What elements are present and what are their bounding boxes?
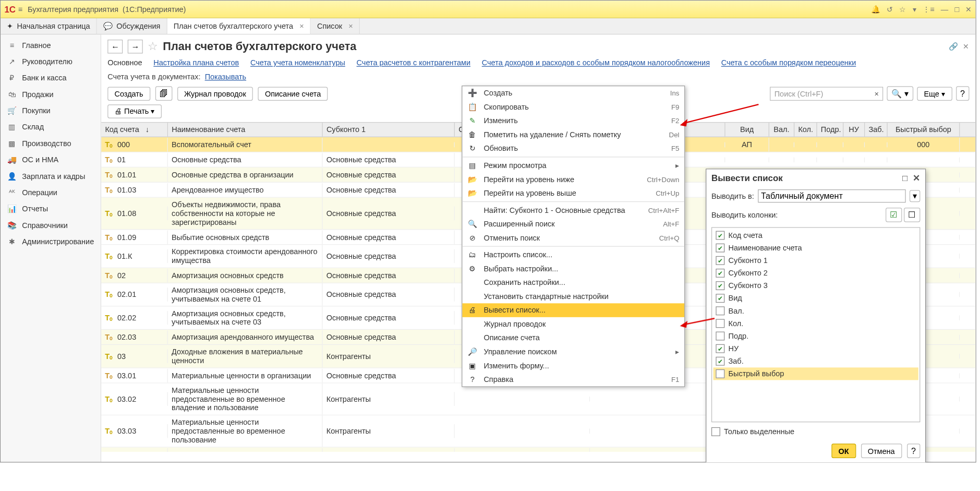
- context-menu-item[interactable]: 🔍Расширенный поискAlt+F: [462, 217, 684, 231]
- sidebar-item-reports[interactable]: 📊Отчеты: [1, 201, 101, 217]
- context-menu-item[interactable]: ⚙Выбрать настройки...: [462, 262, 684, 276]
- bell-icon[interactable]: 🔔: [871, 5, 880, 14]
- print-button[interactable]: 🖨 Печать ▾: [107, 104, 162, 118]
- dropdown-icon[interactable]: ▾: [913, 5, 916, 14]
- context-menu-item[interactable]: 🗂Настроить список...: [462, 248, 684, 262]
- context-menu-item[interactable]: ▤Режим просмотра▸: [462, 159, 684, 173]
- sidebar-item-sales[interactable]: 🛍Продажи: [1, 86, 101, 102]
- context-menu-item[interactable]: Найти: Субконто 1 - Основные средстваCtr…: [462, 203, 684, 218]
- close-icon[interactable]: ×: [299, 22, 304, 31]
- context-menu-item[interactable]: Сохранить настройки...: [462, 276, 684, 290]
- context-menu-item[interactable]: 🔎Управление поиском▸: [462, 345, 684, 359]
- minimize-icon[interactable]: —: [941, 5, 948, 14]
- cancel-button[interactable]: Отмена: [861, 444, 901, 458]
- column-checkbox-row[interactable]: Наименование счета: [713, 242, 918, 254]
- subnav-link[interactable]: Основное: [107, 58, 142, 67]
- check-all-button[interactable]: ☑: [886, 208, 902, 222]
- sidebar-item-os[interactable]: 🚚ОС и НМА: [1, 152, 101, 168]
- subnav-link[interactable]: Счета учета номенклатуры: [250, 58, 345, 67]
- output-target-select[interactable]: [758, 189, 906, 202]
- sidebar-item-main[interactable]: ≡Главное: [1, 37, 101, 53]
- favorite-icon[interactable]: ☆: [148, 40, 158, 54]
- column-checkbox-row[interactable]: Кол.: [713, 317, 918, 330]
- star-icon[interactable]: ☆: [899, 5, 906, 14]
- help-button[interactable]: ?: [956, 86, 970, 101]
- column-checkbox-row[interactable]: Код счета: [713, 229, 918, 242]
- sidebar-item-mgr[interactable]: ↗Руководителю: [1, 54, 101, 70]
- tab-plan[interactable]: План счетов бухгалтерского учета×: [167, 18, 311, 34]
- checkbox[interactable]: [716, 269, 724, 278]
- back-button[interactable]: ←: [107, 40, 123, 54]
- subnav-link[interactable]: Настройка плана счетов: [153, 58, 239, 67]
- sidebar-item-salary[interactable]: 👤Зарплата и кадры: [1, 168, 101, 184]
- context-menu-item[interactable]: Установить стандартные настройки: [462, 290, 684, 304]
- link-icon[interactable]: 🔗: [949, 42, 958, 51]
- column-checkbox-row[interactable]: Субконто 2: [713, 267, 918, 279]
- context-menu-item[interactable]: 📋СкопироватьF9: [462, 100, 684, 114]
- column-checkbox-row[interactable]: НУ: [713, 342, 918, 355]
- column-checkbox-row[interactable]: Вал.: [713, 305, 918, 317]
- sidebar-item-prod[interactable]: ▩Производство: [1, 135, 101, 151]
- checkbox[interactable]: [716, 281, 724, 290]
- ok-button[interactable]: ОК: [831, 444, 856, 458]
- only-selected-checkbox[interactable]: [711, 427, 720, 436]
- context-menu-item[interactable]: ➕СоздатьIns: [462, 86, 684, 100]
- subnav-link[interactable]: Счета с особым порядком переоценки: [721, 58, 856, 67]
- history-icon[interactable]: ↺: [887, 5, 893, 14]
- checkbox[interactable]: [716, 294, 724, 303]
- subnav-link[interactable]: Счета доходов и расходов с особым порядк…: [482, 58, 710, 67]
- sidebar-item-refs[interactable]: 📚Справочники: [1, 217, 101, 233]
- find-by-number-button[interactable]: 🗐: [155, 86, 172, 101]
- close-icon[interactable]: ×: [348, 22, 353, 31]
- column-checkbox-row[interactable]: Субконто 1: [713, 254, 918, 267]
- help-button[interactable]: ?: [907, 444, 921, 458]
- uncheck-all-button[interactable]: ☐: [904, 208, 920, 222]
- context-menu-item[interactable]: 🖨Вывести список...: [462, 303, 684, 317]
- menu-icon[interactable]: ≡: [18, 5, 22, 14]
- context-menu-item[interactable]: ?СправкаF1: [462, 373, 684, 387]
- context-menu-item[interactable]: 📂Перейти на уровень вышеCtrl+Up: [462, 186, 684, 200]
- more-button[interactable]: Еще ▾: [917, 87, 952, 101]
- advanced-search-button[interactable]: 🔍 ▾: [887, 86, 913, 101]
- checkbox[interactable]: [716, 306, 724, 315]
- checkbox[interactable]: [716, 357, 724, 366]
- column-checkbox-row[interactable]: Субконто 3: [713, 279, 918, 292]
- dropdown-button[interactable]: ▾: [910, 190, 921, 202]
- create-button[interactable]: Создать: [107, 87, 150, 101]
- context-menu-item[interactable]: ✎ИзменитьF2: [462, 114, 684, 128]
- checkbox[interactable]: [716, 244, 724, 253]
- context-menu-item[interactable]: 📂Перейти на уровень нижеCtrl+Down: [462, 172, 684, 186]
- tab-discussions[interactable]: 💬Обсуждения: [97, 18, 167, 34]
- column-checkbox-row[interactable]: Заб.: [713, 355, 918, 367]
- column-checkbox-row[interactable]: Быстрый выбор: [713, 367, 918, 380]
- checkbox[interactable]: [716, 344, 724, 353]
- context-menu-item[interactable]: ↻ОбновитьF5: [462, 141, 684, 155]
- journal-button[interactable]: Журнал проводок: [177, 87, 253, 101]
- sidebar-item-admin[interactable]: ✱Администрирование: [1, 233, 101, 249]
- restore-icon[interactable]: □: [902, 173, 908, 183]
- close-icon[interactable]: ✕: [965, 5, 972, 14]
- search-input[interactable]: Поиск (Ctrl+F)×: [770, 87, 883, 101]
- maximize-icon[interactable]: □: [954, 5, 959, 14]
- desc-button[interactable]: Описание счета: [258, 87, 328, 101]
- context-menu-item[interactable]: 🗑Пометить на удаление / Снять пометкуDel: [462, 128, 684, 142]
- sidebar-item-bank[interactable]: ₽Банк и касса: [1, 70, 101, 86]
- context-menu-item[interactable]: Журнал проводок: [462, 317, 684, 331]
- column-checkbox-row[interactable]: Подр.: [713, 330, 918, 342]
- sidebar-item-ops[interactable]: ᴬᴷОперации: [1, 184, 101, 200]
- show-link[interactable]: Показывать: [205, 73, 246, 81]
- context-menu-item[interactable]: Описание счета: [462, 331, 684, 345]
- subnav-link[interactable]: Счета расчетов с контрагентами: [357, 58, 471, 67]
- column-checkbox-row[interactable]: Вид: [713, 292, 918, 305]
- checkbox[interactable]: [716, 231, 724, 240]
- checkbox[interactable]: [716, 319, 724, 328]
- checkbox[interactable]: [716, 369, 724, 378]
- context-menu-item[interactable]: ⊘Отменить поискCtrl+Q: [462, 231, 684, 245]
- close-icon[interactable]: ✕: [913, 173, 920, 183]
- tab-home[interactable]: ✦Начальная страница: [1, 18, 97, 34]
- tab-list[interactable]: Список×: [311, 18, 360, 34]
- sidebar-item-purchase[interactable]: 🛒Покупки: [1, 103, 101, 119]
- checkbox[interactable]: [716, 332, 724, 341]
- checkbox[interactable]: [716, 256, 724, 265]
- sidebar-item-stock[interactable]: ▥Склад: [1, 119, 101, 135]
